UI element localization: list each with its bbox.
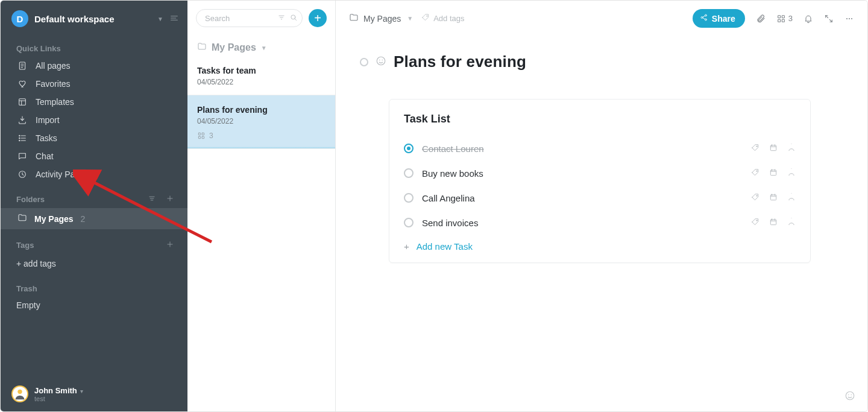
note-date: 04/05/2022 bbox=[197, 78, 326, 86]
folder-icon bbox=[197, 42, 207, 54]
attachment-icon[interactable] bbox=[756, 14, 766, 24]
task-label[interactable]: Buy new books bbox=[422, 168, 743, 179]
svg-point-50 bbox=[756, 146, 757, 147]
task-label[interactable]: Call Angelina bbox=[422, 193, 743, 203]
svg-point-62 bbox=[756, 195, 757, 196]
calendar-icon[interactable] bbox=[769, 193, 778, 203]
folder-icon bbox=[349, 13, 359, 24]
assignee-icon[interactable] bbox=[787, 168, 796, 179]
page-status-icon[interactable] bbox=[360, 58, 368, 66]
workspace-switcher[interactable]: D Default workspace ▼ bbox=[1, 1, 187, 33]
task-row: Contact Louren bbox=[404, 136, 796, 161]
sidebar-item-import[interactable]: Import bbox=[1, 111, 187, 129]
emoji-picker-icon[interactable] bbox=[376, 55, 386, 68]
svg-point-68 bbox=[756, 220, 757, 221]
breadcrumb[interactable]: My Pages ▼ bbox=[349, 13, 413, 24]
task-label[interactable]: Contact Louren bbox=[422, 144, 743, 154]
user-name: John Smith bbox=[34, 386, 77, 395]
sidebar-item-label: Tasks bbox=[36, 133, 57, 143]
sidebar-item-favorites[interactable]: Favorites bbox=[1, 75, 187, 93]
tag-icon[interactable] bbox=[751, 144, 760, 154]
folder-icon bbox=[17, 213, 27, 224]
trash-empty[interactable]: Empty bbox=[1, 297, 187, 314]
calendar-icon[interactable] bbox=[769, 168, 778, 179]
add-tag-icon[interactable] bbox=[163, 240, 177, 250]
task-checkbox[interactable] bbox=[404, 218, 414, 227]
sidebar-item-activity-panel[interactable]: Activity Panel bbox=[1, 165, 187, 183]
svg-line-39 bbox=[703, 18, 705, 19]
sidebar-item-templates[interactable]: Templates bbox=[1, 93, 187, 111]
task-list-card: Task List Contact Louren Buy new books C… bbox=[389, 99, 811, 263]
breadcrumb-label: My Pages bbox=[363, 14, 401, 24]
search-icon[interactable] bbox=[289, 13, 298, 24]
note-card[interactable]: Plans for evening 04/05/20223 bbox=[187, 95, 335, 149]
new-note-button[interactable]: + bbox=[309, 9, 327, 27]
user-sub: test bbox=[34, 395, 83, 403]
sidebar-item-label: Import bbox=[36, 115, 60, 125]
assignee-icon[interactable] bbox=[787, 144, 796, 154]
note-title: Tasks for team bbox=[197, 66, 326, 75]
svg-rect-30 bbox=[198, 133, 201, 135]
bell-icon[interactable] bbox=[804, 14, 813, 24]
assignee-icon[interactable] bbox=[787, 218, 796, 228]
search-field[interactable] bbox=[196, 9, 303, 27]
svg-rect-32 bbox=[198, 136, 201, 139]
quick-links-heading: Quick Links bbox=[1, 33, 187, 57]
relations-badge[interactable]: 3 bbox=[776, 14, 793, 24]
caret-down-icon: ▼ bbox=[261, 45, 267, 51]
calendar-icon[interactable] bbox=[769, 144, 778, 154]
svg-point-75 bbox=[848, 395, 849, 396]
folder-my-pages[interactable]: My Pages 2 bbox=[1, 208, 187, 229]
add-task-button[interactable]: + Add new Task bbox=[404, 235, 796, 256]
calendar-icon[interactable] bbox=[769, 218, 778, 228]
editor-pane: My Pages ▼ Add tags Share 3 Plans for ev… bbox=[336, 1, 867, 411]
svg-point-46 bbox=[851, 18, 852, 19]
filter-icon[interactable] bbox=[277, 13, 286, 24]
templates-icon bbox=[17, 97, 27, 107]
note-card[interactable]: Tasks for team 04/05/2022 bbox=[187, 56, 335, 95]
task-row: Send invoices bbox=[404, 211, 796, 235]
task-row: Call Angelina bbox=[404, 186, 796, 211]
user-menu[interactable]: John Smith ▾ test bbox=[1, 377, 187, 411]
svg-line-29 bbox=[295, 19, 297, 21]
sidebar-item-tasks[interactable]: Tasks bbox=[1, 129, 187, 147]
svg-point-48 bbox=[379, 60, 380, 61]
page-icon bbox=[17, 61, 27, 71]
expand-icon[interactable] bbox=[824, 14, 834, 24]
svg-rect-42 bbox=[778, 19, 780, 22]
plus-icon: + bbox=[404, 241, 409, 252]
svg-point-44 bbox=[846, 18, 848, 19]
svg-line-38 bbox=[703, 16, 705, 17]
card-title: Task List bbox=[404, 113, 796, 125]
svg-point-15 bbox=[19, 140, 20, 141]
sidebar-item-label: Activity Panel bbox=[36, 170, 86, 179]
svg-point-45 bbox=[849, 18, 850, 19]
task-checkbox[interactable] bbox=[404, 193, 414, 203]
sort-icon[interactable] bbox=[145, 194, 159, 204]
list-breadcrumb[interactable]: My Pages ▼ bbox=[187, 27, 335, 56]
task-checkbox[interactable] bbox=[404, 144, 414, 153]
share-button[interactable]: Share bbox=[693, 9, 745, 28]
tag-icon[interactable] bbox=[751, 218, 760, 228]
assignee-icon[interactable] bbox=[787, 193, 796, 203]
sidebar-item-all-pages[interactable]: All pages bbox=[1, 57, 187, 75]
tag-icon[interactable] bbox=[751, 168, 760, 179]
list-breadcrumb-label: My Pages bbox=[212, 42, 256, 53]
more-icon[interactable] bbox=[844, 14, 854, 24]
tag-icon[interactable] bbox=[751, 193, 760, 203]
import-icon bbox=[17, 115, 27, 125]
task-row: Buy new books bbox=[404, 161, 796, 186]
add-tags-button[interactable]: Add tags bbox=[421, 13, 464, 24]
svg-rect-63 bbox=[770, 195, 776, 200]
page-title[interactable]: Plans for evening bbox=[394, 52, 526, 71]
add-folder-icon[interactable] bbox=[163, 194, 177, 204]
task-checkbox[interactable] bbox=[404, 168, 414, 178]
task-label[interactable]: Send invoices bbox=[422, 218, 743, 228]
feedback-icon[interactable] bbox=[844, 390, 855, 403]
sidebar-item-chat[interactable]: Chat bbox=[1, 147, 187, 165]
add-task-label: Add new Task bbox=[417, 241, 473, 252]
sidebar-collapse-icon[interactable] bbox=[169, 13, 179, 25]
add-tags-link[interactable]: + add tags bbox=[1, 254, 187, 273]
svg-point-34 bbox=[427, 16, 427, 16]
svg-point-14 bbox=[19, 138, 20, 138]
